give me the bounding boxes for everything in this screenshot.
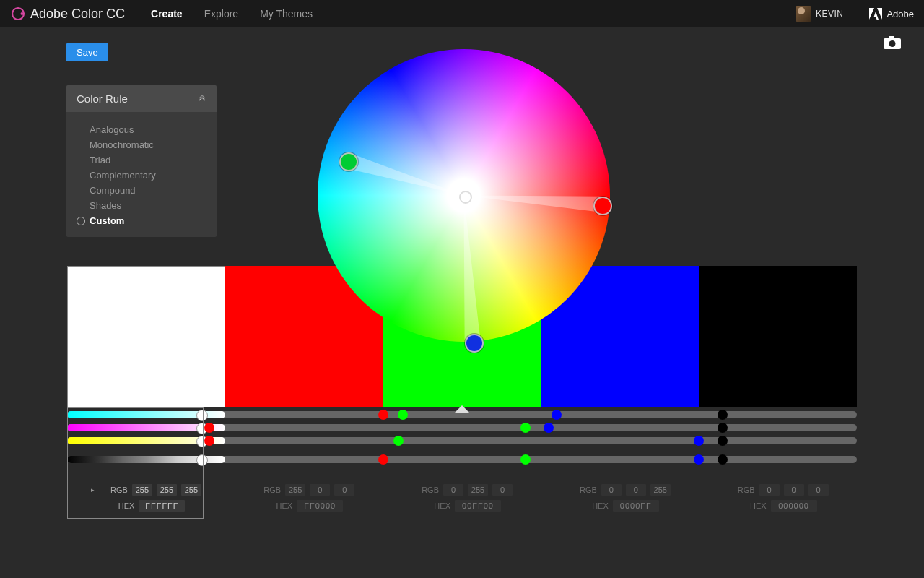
rgb-label: RGB bbox=[728, 486, 755, 494]
avatar bbox=[796, 6, 811, 22]
svg-point-1 bbox=[21, 12, 24, 15]
rgb-value[interactable]: 0 bbox=[334, 484, 354, 496]
hex-value[interactable]: 0000FF bbox=[613, 500, 659, 512]
rgb-value[interactable]: 255 bbox=[468, 484, 488, 496]
hex-value[interactable]: 00FF00 bbox=[455, 500, 501, 512]
svg-rect-3 bbox=[889, 36, 894, 39]
rule-item-label: Monochromatic bbox=[90, 139, 154, 150]
username-label: KEVIN bbox=[816, 9, 844, 19]
rgb-value[interactable]: 255 bbox=[285, 484, 305, 496]
slider-row bbox=[67, 453, 857, 466]
slider-row bbox=[67, 421, 857, 434]
radio-icon bbox=[77, 217, 85, 225]
hex-label: HEX bbox=[107, 501, 134, 510]
slider-handle[interactable] bbox=[204, 436, 214, 446]
rule-item-shades[interactable]: Shades bbox=[78, 198, 217, 213]
slider-handle[interactable] bbox=[378, 454, 388, 465]
hex-label: HEX bbox=[581, 501, 609, 510]
color-rule-title: Color Rule bbox=[77, 92, 128, 105]
svg-marker-6 bbox=[464, 196, 602, 212]
adobe-brand[interactable]: Adobe bbox=[869, 8, 914, 20]
caret-right-icon[interactable]: ▸ bbox=[91, 486, 95, 493]
rgb-value[interactable]: 255 bbox=[181, 484, 201, 496]
rgb-label: RGB bbox=[570, 486, 597, 494]
color-rule-panel: Color Rule AnalogousMonochromaticTriadCo… bbox=[66, 85, 217, 237]
rule-item-label: Complementary bbox=[90, 170, 156, 181]
adobe-logo-icon bbox=[869, 8, 882, 20]
slider-handle[interactable] bbox=[718, 410, 728, 420]
swatch[interactable] bbox=[67, 266, 225, 407]
wheel-handle[interactable] bbox=[593, 197, 612, 215]
hex-label: HEX bbox=[739, 501, 767, 510]
slider-row bbox=[67, 408, 857, 421]
value-column: ▸RGB255255255HEXFFFFFF bbox=[67, 484, 225, 512]
color-wheel[interactable] bbox=[318, 49, 610, 342]
tab-create[interactable]: Create bbox=[151, 8, 183, 20]
rgb-value[interactable]: 0 bbox=[443, 484, 463, 496]
svg-point-4 bbox=[889, 40, 896, 47]
camera-icon bbox=[884, 36, 901, 49]
slider-handle[interactable] bbox=[520, 454, 531, 465]
rgb-value[interactable]: 0 bbox=[626, 484, 646, 496]
slider-handle[interactable] bbox=[204, 423, 214, 433]
adobe-brand-label: Adobe bbox=[886, 9, 914, 20]
slider-handle[interactable] bbox=[520, 423, 531, 433]
rule-item-label: Analogous bbox=[90, 124, 134, 135]
slider-handle[interactable] bbox=[398, 410, 408, 420]
hex-value[interactable]: FF0000 bbox=[297, 500, 343, 512]
rgb-value[interactable]: 0 bbox=[759, 484, 780, 496]
value-column: RGB000HEX000000 bbox=[699, 484, 857, 512]
swatch[interactable] bbox=[699, 266, 857, 407]
rgb-label: RGB bbox=[411, 486, 439, 494]
rule-item-analogous[interactable]: Analogous bbox=[78, 122, 217, 137]
tab-my-themes[interactable]: My Themes bbox=[260, 8, 313, 20]
channel-sliders bbox=[67, 408, 857, 466]
slider-handle[interactable] bbox=[196, 410, 208, 421]
save-button[interactable]: Save bbox=[66, 43, 108, 61]
rule-item-monochromatic[interactable]: Monochromatic bbox=[78, 137, 217, 152]
value-column: RGB02550HEX00FF00 bbox=[383, 484, 541, 512]
hex-value[interactable]: 000000 bbox=[771, 500, 817, 512]
slider-handle[interactable] bbox=[196, 454, 208, 466]
rule-item-triad[interactable]: Triad bbox=[78, 152, 217, 168]
rgb-value[interactable]: 255 bbox=[132, 484, 152, 496]
rule-item-complementary[interactable]: Complementary bbox=[78, 168, 217, 183]
rgb-value[interactable]: 255 bbox=[650, 484, 671, 496]
camera-button[interactable] bbox=[884, 36, 901, 49]
value-column: RGB25500HEXFF0000 bbox=[225, 484, 383, 512]
svg-marker-7 bbox=[464, 196, 481, 342]
hex-value[interactable]: FFFFFF bbox=[139, 500, 185, 512]
user-menu[interactable]: KEVIN bbox=[796, 6, 844, 22]
value-row: ▸RGB255255255HEXFFFFFFRGB25500HEXFF0000R… bbox=[67, 484, 857, 512]
rgb-value[interactable]: 0 bbox=[784, 484, 804, 496]
color-rule-header[interactable]: Color Rule bbox=[66, 85, 217, 112]
wheel-handle[interactable] bbox=[339, 152, 358, 171]
rgb-value[interactable]: 255 bbox=[157, 484, 177, 496]
nav-tabs: CreateExploreMy Themes bbox=[151, 8, 313, 20]
app-title: Adobe Color CC bbox=[30, 7, 125, 22]
slider-handle[interactable] bbox=[378, 410, 388, 420]
wheel-handle[interactable] bbox=[465, 334, 484, 353]
slider-handle[interactable] bbox=[718, 423, 728, 433]
hex-label: HEX bbox=[423, 501, 450, 510]
value-column: RGB00255HEX0000FF bbox=[541, 484, 699, 512]
chevron-up-icon bbox=[198, 95, 206, 103]
slider-handle[interactable] bbox=[718, 454, 728, 465]
wheel-center-handle[interactable] bbox=[459, 191, 472, 204]
rule-item-custom[interactable]: Custom bbox=[78, 213, 217, 228]
hex-label: HEX bbox=[265, 501, 292, 510]
app-header: Adobe Color CC CreateExploreMy Themes KE… bbox=[0, 0, 924, 27]
rule-item-compound[interactable]: Compound bbox=[78, 183, 217, 198]
rule-item-label: Triad bbox=[90, 155, 110, 165]
rgb-value[interactable]: 0 bbox=[492, 484, 513, 496]
rgb-value[interactable]: 0 bbox=[808, 484, 829, 496]
rgb-value[interactable]: 0 bbox=[601, 484, 622, 496]
slider-row bbox=[67, 434, 857, 447]
tab-explore[interactable]: Explore bbox=[204, 8, 238, 20]
slider-handle[interactable] bbox=[718, 436, 728, 446]
rgb-value[interactable]: 0 bbox=[310, 484, 330, 496]
color-rule-list: AnalogousMonochromaticTriadComplementary… bbox=[66, 112, 217, 237]
rule-item-label: Custom bbox=[90, 215, 124, 226]
color-wheel-logo-icon bbox=[10, 6, 26, 22]
rule-item-label: Shades bbox=[90, 200, 121, 211]
